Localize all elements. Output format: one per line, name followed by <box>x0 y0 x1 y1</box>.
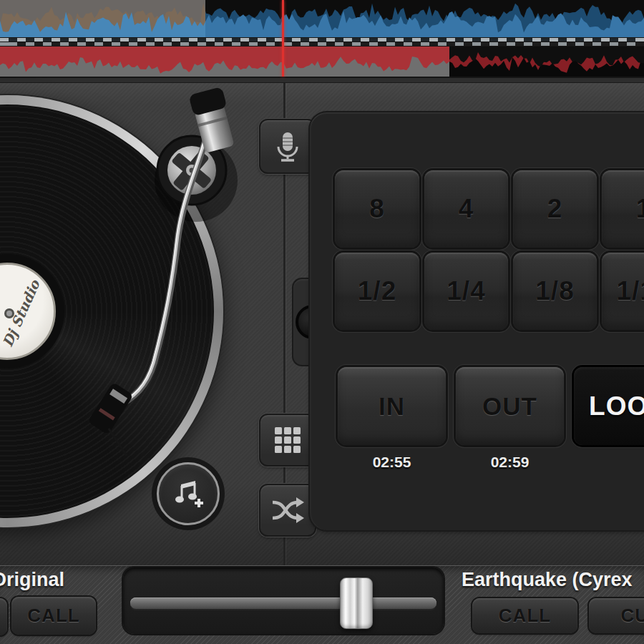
music-note-plus-icon <box>172 477 205 510</box>
deck-a-call-button[interactable]: CALL <box>11 597 96 635</box>
loop-size-8-button[interactable]: 8 <box>335 170 419 248</box>
microphone-button[interactable] <box>259 119 316 174</box>
deck-b-track-title: Earthquake (Cyrex <box>462 569 633 591</box>
beat-grid-strip <box>0 37 644 47</box>
shuffle-icon <box>270 496 305 525</box>
crossfader-handle[interactable] <box>340 577 373 629</box>
pad-grid-button[interactable] <box>259 414 316 467</box>
beat-ticks-row-top <box>0 38 644 42</box>
loop-size-quarter-button[interactable]: 1/4 <box>424 253 508 330</box>
shuffle-button[interactable] <box>259 484 316 537</box>
deck-b-waveform[interactable] <box>0 47 644 77</box>
spindle <box>4 308 14 318</box>
loop-size-4-button[interactable]: 4 <box>424 170 508 248</box>
loop-out-time: 02:59 <box>456 454 564 471</box>
loop-out-button[interactable]: OUT <box>456 367 564 445</box>
deck-a-track-title: Original <box>0 569 64 591</box>
crossfader[interactable] <box>123 567 444 634</box>
microphone-icon <box>275 131 301 162</box>
loop-size-eighth-button[interactable]: 1/8 <box>513 253 597 330</box>
deck-a-cue-button[interactable] <box>0 598 7 635</box>
loop-size-sixteenth-button[interactable]: 1/16 <box>602 253 644 330</box>
loop-size-half-button[interactable]: 1/2 <box>335 253 419 330</box>
loop-in-button[interactable]: IN <box>338 367 446 445</box>
loop-in-time: 02:55 <box>338 454 446 471</box>
deck-a-waveform[interactable] <box>0 0 644 37</box>
dj-studio-app: Dj Studio <box>0 0 644 644</box>
bottom-bar: Original CALL Earthquake (Cyrex CALL CUE <box>0 565 644 644</box>
playhead-marker <box>282 0 284 77</box>
loop-toggle-button[interactable]: LOOP <box>574 367 644 445</box>
loop-size-2-button[interactable]: 2 <box>513 170 597 248</box>
add-track-button[interactable] <box>157 462 220 525</box>
loop-size-1-button[interactable]: 1 <box>602 170 644 248</box>
grid-icon <box>274 426 301 454</box>
deck-b-cue-button[interactable]: CUE <box>589 598 644 633</box>
crossfader-track <box>130 597 436 609</box>
beat-ticks-row-bottom <box>0 42 644 46</box>
waveform-divider <box>0 77 644 83</box>
deck-b-call-button[interactable]: CALL <box>472 598 577 633</box>
waveform-section <box>0 0 644 83</box>
